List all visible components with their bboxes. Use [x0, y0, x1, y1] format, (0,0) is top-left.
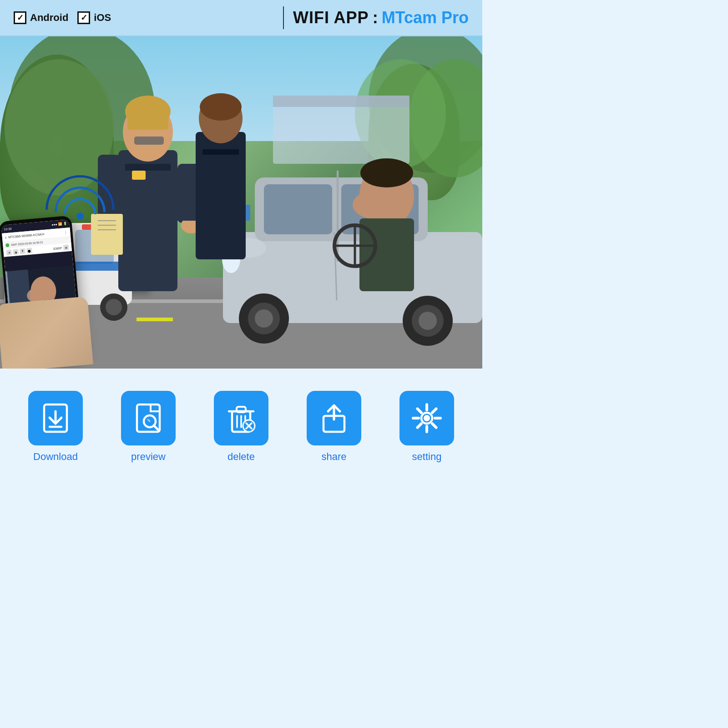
delete-icon-box[interactable] [214, 391, 268, 445]
svg-rect-7 [273, 96, 410, 107]
feature-preview: preview [112, 391, 185, 463]
header-left: Android iOS [14, 11, 274, 24]
wifi-app-label: WIFI APP [293, 8, 369, 27]
phone-time: 10:30 [4, 227, 12, 231]
svg-line-98 [417, 409, 421, 413]
share-icon-box[interactable] [307, 391, 361, 445]
ios-check-item: iOS [77, 11, 111, 24]
phone-back-icon[interactable]: ‹ [5, 235, 6, 240]
svg-rect-65 [337, 171, 339, 262]
phone-resolution-text: 1080P [53, 246, 62, 250]
feature-setting: setting [390, 391, 463, 463]
preview-label: preview [131, 451, 166, 463]
phone-record-icon[interactable]: ⬤ [26, 248, 32, 253]
download-label: Download [33, 451, 78, 463]
phone-mic-icon[interactable]: 🎙 [20, 248, 25, 254]
svg-line-80 [154, 425, 158, 430]
svg-line-100 [432, 409, 436, 413]
svg-point-2 [5, 59, 114, 196]
android-label: Android [30, 12, 68, 24]
header-divider [283, 6, 284, 29]
svg-point-102 [424, 415, 430, 421]
svg-rect-39 [118, 150, 177, 291]
delete-label: delete [228, 451, 255, 463]
feature-delete: delete [205, 391, 278, 463]
header: Android iOS WIFI APP : MTcam Pro [0, 0, 482, 36]
bottom-features-section: Download preview [0, 369, 482, 482]
svg-point-64 [353, 191, 394, 218]
svg-rect-60 [202, 149, 239, 155]
phone-settings-mini-icon[interactable]: ⚙ [63, 244, 69, 250]
svg-point-37 [419, 312, 437, 330]
phone-contrast-icon[interactable]: ◑ [13, 249, 19, 255]
android-check-item: Android [14, 11, 68, 24]
hand-holding-phone [0, 296, 93, 369]
svg-rect-28 [264, 184, 332, 234]
setting-icon-box[interactable] [399, 391, 454, 445]
svg-rect-49 [134, 136, 164, 145]
svg-point-62 [360, 158, 413, 187]
svg-point-34 [255, 309, 273, 328]
main-image-area: 10:30 ●●● 📶 🔋 ‹ MTC888-560986-KCNKH ⋮ GM… [0, 36, 482, 369]
svg-rect-42 [127, 107, 168, 130]
ios-checkbox-icon [77, 11, 90, 24]
android-checkbox-icon [14, 11, 26, 24]
setting-svg-icon [411, 402, 443, 434]
header-right: WIFI APP : MTcam Pro [293, 8, 469, 27]
svg-point-25 [106, 299, 122, 315]
delete-svg-icon [225, 402, 257, 434]
feature-share: share [298, 391, 370, 463]
phone-mockup: 10:30 ●●● 📶 🔋 ‹ MTC888-560986-KCNKH ⋮ GM… [0, 216, 83, 363]
download-svg-icon [40, 402, 71, 434]
svg-rect-43 [125, 164, 171, 171]
phone-online-indicator [5, 243, 10, 248]
share-svg-icon [318, 402, 350, 434]
svg-rect-84 [237, 407, 246, 412]
preview-icon-box[interactable] [121, 391, 176, 445]
download-icon-box[interactable] [28, 391, 83, 445]
svg-rect-11 [136, 318, 173, 321]
svg-line-81 [148, 420, 150, 421]
app-name-label: MTcam Pro [382, 8, 469, 27]
feature-download: Download [19, 391, 92, 463]
phone-signal-icons: ●●● 📶 🔋 [51, 222, 67, 227]
phone-more-icon[interactable]: ⋮ [63, 230, 68, 235]
preview-svg-icon [132, 402, 164, 434]
phone-brightness-icon[interactable]: ☀ [6, 249, 12, 255]
svg-rect-44 [132, 171, 146, 180]
header-colon: : [373, 8, 378, 27]
svg-line-99 [432, 424, 436, 428]
ios-label: iOS [94, 12, 111, 24]
setting-label: setting [412, 451, 442, 463]
svg-line-101 [417, 424, 421, 428]
svg-point-59 [200, 93, 242, 121]
share-label: share [321, 451, 346, 463]
